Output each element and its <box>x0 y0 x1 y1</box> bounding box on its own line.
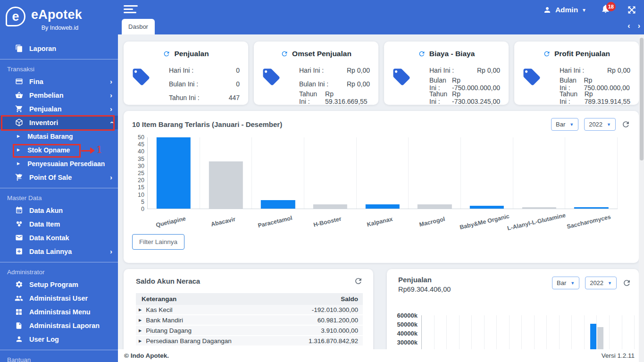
y-tick-label: 5 <box>141 199 144 205</box>
sidebar-item-data-kontak[interactable]: Data Kontak <box>0 231 118 244</box>
sidebar-item-administrasi-user[interactable]: Administrasi User <box>0 291 118 305</box>
section-title-bantuan: Bantuan <box>0 354 118 362</box>
tab-scroll-left-icon[interactable]: ‹ <box>627 22 630 30</box>
sidebar-item-penjualan[interactable]: Penjualan› <box>0 102 118 116</box>
scrollbar-thumb[interactable] <box>640 38 644 160</box>
stat-row: Bulan Ini :0 <box>169 77 240 91</box>
annotation-step-number: 1 <box>96 144 102 155</box>
refresh-icon[interactable] <box>622 278 631 287</box>
user-icon <box>543 6 552 14</box>
sidebar-item-data-lainnya[interactable]: Data Lainnya› <box>0 244 118 258</box>
chevron-down-icon: ▼ <box>582 8 586 13</box>
cube-icon <box>14 118 24 126</box>
notification-badge: 18 <box>606 2 616 11</box>
bar-kalpanax <box>365 204 399 209</box>
divider <box>0 188 118 188</box>
sidebar-item-administrasi-laporan[interactable]: Administrasi Laporan <box>0 319 118 332</box>
x-tick-label: Macrogol <box>418 216 445 228</box>
sidebar-item-administrasi-menu[interactable]: Administrasi Menu <box>0 305 118 319</box>
stat-card-biaya: Biaya - Biaya Hari Ini :Rp 0,00 Bulan In… <box>384 42 509 105</box>
annotation-arrowhead <box>90 147 95 154</box>
penjualan-chart-card: Penjualan Rp69.304.406,00 Bar▼ 2022▼ 600… <box>387 269 639 362</box>
caret-right-icon: ▶ <box>139 308 142 312</box>
table-row[interactable]: ▶Kas Kecil-192.010.300,00 <box>136 305 363 315</box>
sidebar-item-mutasi-barang[interactable]: ▶ Mutasi Barang <box>0 129 118 143</box>
sidebar-item-data-akun[interactable]: Data Akun <box>0 203 118 217</box>
refresh-icon[interactable] <box>621 120 630 129</box>
tab-scroll-right-icon[interactable]: › <box>638 22 640 30</box>
refresh-icon[interactable] <box>543 50 551 58</box>
expand-arrows-icon <box>627 5 636 15</box>
items-cluster-icon <box>14 220 24 228</box>
refresh-icon[interactable] <box>354 277 363 286</box>
divider <box>0 59 118 59</box>
sidebar: e eApotek By Indoweb.id Laporan Transaks… <box>0 0 118 362</box>
notifications-button[interactable]: 18 <box>601 4 613 16</box>
caret-right-icon: ▶ <box>139 339 142 343</box>
y-tick-label: 45 <box>138 141 144 148</box>
stat-row: Tahun Ini :447 <box>169 91 240 104</box>
sidebar-item-inventori[interactable]: Inventori› <box>0 116 118 129</box>
x-tick-label: Saccharomyces <box>566 213 611 230</box>
envelope-icon <box>14 234 24 242</box>
y-tick-label: 15 <box>138 184 144 191</box>
grid-icon <box>14 308 24 316</box>
table-row[interactable]: ▶Persediaan Barang Dagangan1.316.870.842… <box>136 336 363 346</box>
caret-right-icon: ▶ <box>139 328 142 333</box>
chart-column <box>461 137 513 209</box>
sidebar-item-laporan[interactable]: Laporan <box>0 42 118 55</box>
sidebar-item-fina[interactable]: Fina› <box>0 75 118 88</box>
sidebar-item-data-item[interactable]: Data Item <box>0 217 118 231</box>
chart-column <box>357 137 409 209</box>
vertical-scrollbar[interactable] <box>639 34 644 362</box>
sidebar-item-user-log[interactable]: User Log <box>0 332 118 346</box>
chart-title: 10 Item Barang Terlaris (Januari - Desem… <box>132 120 282 128</box>
sidebar-item-penyesuaian-persediaan[interactable]: ▶ Penyesuaian Persediaan <box>0 157 118 170</box>
x-tick-label: H-Booster <box>313 215 342 228</box>
y-tick-label: 25 <box>138 170 144 177</box>
sidebar-item-pembelian[interactable]: Pembelian› <box>0 88 118 102</box>
brand-name: eApotek <box>31 8 82 22</box>
chart-column <box>409 137 461 209</box>
section-title-transaksi: Transaksi <box>0 63 118 75</box>
caret-right-icon: ▶ <box>17 134 20 138</box>
year-select[interactable]: 2022▼ <box>584 118 616 131</box>
bar-paracetamol <box>261 200 295 209</box>
y-axis: 50454035302520151050 <box>132 134 144 212</box>
bar-abacavir <box>209 161 243 209</box>
stat-card-title: Profit Penjualan <box>554 50 610 58</box>
fullscreen-button[interactable] <box>627 5 636 15</box>
tag-icon <box>261 67 281 87</box>
chart-type-select[interactable]: Bar▼ <box>551 118 578 131</box>
caret-right-icon: ▶ <box>139 318 142 322</box>
chevron-right-icon: › <box>110 78 112 85</box>
chevron-right-icon: › <box>110 92 112 99</box>
copyright-text: © Indo Apotek. <box>124 352 169 359</box>
sidebar-item-setup-program[interactable]: Setup Program <box>0 278 118 291</box>
saldo-table: KeteranganSaldo ▶Kas Kecil-192.010.300,0… <box>136 293 363 346</box>
person-icon <box>14 335 24 343</box>
sidebar-item-point-of-sale[interactable]: Point Of Sale› <box>0 170 118 184</box>
brand-logo: e eApotek By Indoweb.id <box>0 0 118 42</box>
refresh-icon[interactable] <box>163 50 170 58</box>
stat-card-penjualan: Penjualan Hari Ini :0 Bulan Ini :0 Tahun… <box>124 42 248 105</box>
refresh-icon[interactable] <box>281 50 288 58</box>
version-text: Versi 1.2.11 <box>602 352 635 359</box>
divider <box>0 262 118 262</box>
tab-dasbor[interactable]: Dasbor <box>122 19 155 34</box>
caret-right-icon: ▶ <box>17 148 20 152</box>
annotation-arrow <box>81 150 91 152</box>
stat-card-omset-penjualan: Omset Penjualan Hari Ini :Rp 0,00 Bulan … <box>254 42 378 105</box>
filter-lainnya-button[interactable]: Filter Lainnya <box>132 234 184 250</box>
chart-column <box>148 137 200 209</box>
chart-type-select[interactable]: Bar▼ <box>552 277 579 289</box>
year-select[interactable]: 2022▼ <box>585 277 617 289</box>
refresh-icon[interactable] <box>418 50 426 58</box>
table-row[interactable]: ▶Bank Mandiri60.981.200,00 <box>136 315 363 326</box>
table-header-row: KeteranganSaldo <box>136 293 363 305</box>
table-row[interactable]: ▶Piutang Dagang3.910.000,00 <box>136 326 363 336</box>
user-menu[interactable]: Admin ▼ <box>543 6 586 14</box>
chart-column <box>252 137 304 209</box>
sidebar-toggle-button[interactable] <box>124 5 140 15</box>
y-tick-label: 35 <box>138 156 144 162</box>
